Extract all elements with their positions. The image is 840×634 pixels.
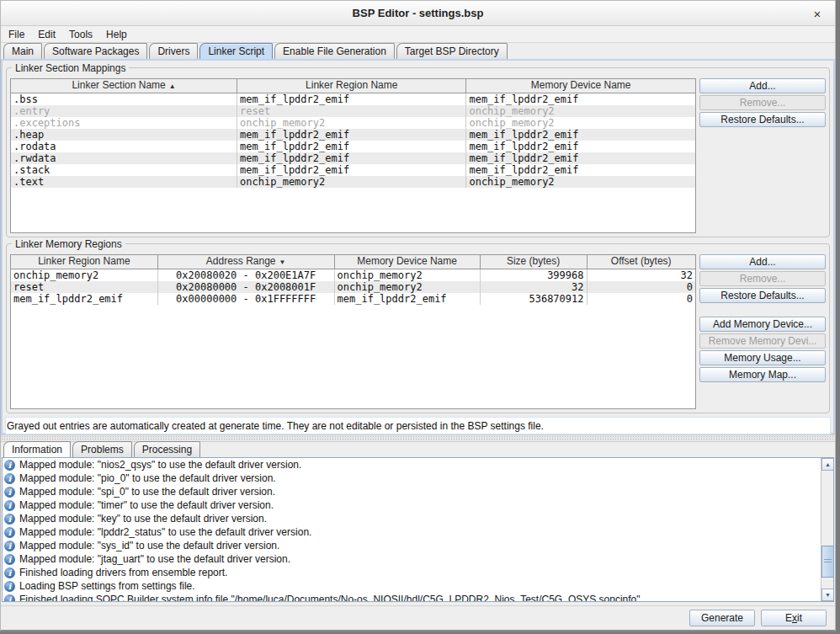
tab-linker-script[interactable]: Linker Script xyxy=(199,43,273,59)
table-row[interactable]: .stackmem_if_lpddr2_emifmem_if_lpddr2_em… xyxy=(11,164,695,176)
exit-button[interactable]: Exit xyxy=(761,610,827,626)
cell: 399968 xyxy=(481,269,587,281)
table-row[interactable]: onchip_memory20x20080020 - 0x200E1A7Fonc… xyxy=(11,269,695,281)
column-label: Address Range xyxy=(206,255,276,267)
info-icon: i xyxy=(4,581,15,592)
cell: .text xyxy=(11,176,237,188)
section-mappings-table: Linker Section Name▲Linker Region NameMe… xyxy=(10,78,696,233)
table-row[interactable]: .exceptionsonchip_memory2onchip_memory2 xyxy=(11,117,695,129)
main-tab-bar: MainSoftware PackagesDriversLinker Scrip… xyxy=(1,43,835,59)
log-message: Mapped module: "jtag_uart" to use the de… xyxy=(19,553,290,565)
scroll-down-icon[interactable]: ▼ xyxy=(821,589,834,601)
linker-memory-regions-group: Linker Memory Regions Linker Region Name… xyxy=(6,243,830,413)
cell: onchip_memory2 xyxy=(11,269,158,281)
desktop-edge xyxy=(836,0,840,634)
cell: 0 xyxy=(587,281,695,293)
restore-defaults-button[interactable]: Restore Defaults... xyxy=(699,112,826,127)
log-message: Mapped module: "lpddr2_status" to use th… xyxy=(19,526,311,538)
scroll-up-icon[interactable]: ▲ xyxy=(821,458,834,471)
info-icon: i xyxy=(4,554,15,565)
column-label: Size (bytes) xyxy=(507,255,560,267)
column-label: Memory Device Name xyxy=(531,79,631,91)
cell: mem_if_lpddr2_emif xyxy=(237,141,466,152)
menu-file[interactable]: File xyxy=(2,27,31,42)
column-label: Linker Section Name xyxy=(72,79,165,91)
column-header-address-range[interactable]: Address Range▼ xyxy=(158,255,335,269)
close-icon[interactable]: × xyxy=(810,6,825,21)
table-row[interactable]: mem_if_lpddr2_emif0x00000000 - 0x1FFFFFF… xyxy=(11,293,695,305)
add-button[interactable]: Add... xyxy=(699,78,826,93)
column-header-memory-device-name[interactable]: Memory Device Name xyxy=(466,79,695,93)
menu-tools[interactable]: Tools xyxy=(62,27,99,42)
cell: mem_if_lpddr2_emif xyxy=(466,93,695,105)
cell: 0 xyxy=(587,293,695,305)
column-header-size-bytes[interactable]: Size (bytes) xyxy=(481,255,587,269)
cell: mem_if_lpddr2_emif xyxy=(11,293,158,305)
cell: 32 xyxy=(481,281,587,293)
log-row: iMapped module: "spi_0" to use the defau… xyxy=(3,485,821,498)
cell: mem_if_lpddr2_emif xyxy=(466,152,695,164)
cell: mem_if_lpddr2_emif xyxy=(237,129,466,141)
scrollbar-thumb[interactable] xyxy=(821,546,834,578)
console-tab-processing[interactable]: Processing xyxy=(134,441,200,457)
cell: 32 xyxy=(587,269,695,281)
remove-button[interactable]: Remove... xyxy=(699,95,826,110)
remove-button[interactable]: Remove... xyxy=(699,271,826,286)
cell: 536870912 xyxy=(481,293,587,305)
tab-target-bsp-directory[interactable]: Target BSP Directory xyxy=(396,43,508,59)
tab-drivers[interactable]: Drivers xyxy=(149,43,198,59)
cell: .stack xyxy=(11,164,237,176)
log-row: iLoading BSP settings from settings file… xyxy=(3,579,821,593)
table-row[interactable]: reset0x20080000 - 0x2008001Fonchip_memor… xyxy=(11,281,695,293)
remove-memory-devi-button[interactable]: Remove Memory Devi... xyxy=(699,333,826,349)
add-memory-device-button[interactable]: Add Memory Device... xyxy=(699,317,826,332)
console-output: iMapped module: "nios2_qsys" to use the … xyxy=(2,457,834,602)
vertical-scrollbar[interactable]: ▲ ▼ xyxy=(821,458,833,601)
menu-edit[interactable]: Edit xyxy=(31,27,62,42)
memory-usage-button[interactable]: Memory Usage... xyxy=(699,350,826,365)
log-row: iMapped module: "sys_id" to use the defa… xyxy=(3,539,821,552)
add-button[interactable]: Add... xyxy=(699,254,826,269)
linker-section-mappings-group: Linker Section Mappings Linker Section N… xyxy=(6,67,830,237)
log-message: Mapped module: "key" to use the default … xyxy=(19,513,267,525)
log-message: Mapped module: "timer" to use the defaul… xyxy=(19,499,274,511)
info-icon: i xyxy=(4,473,15,484)
restore-defaults-button[interactable]: Restore Defaults... xyxy=(699,288,826,303)
cell: mem_if_lpddr2_emif xyxy=(237,164,466,176)
cell: reset xyxy=(11,281,158,293)
column-header-linker-region-name[interactable]: Linker Region Name xyxy=(11,255,158,269)
column-header-memory-device-name[interactable]: Memory Device Name xyxy=(335,255,481,269)
cell: 0x20080000 - 0x2008001F xyxy=(158,281,335,293)
console-tab-problems[interactable]: Problems xyxy=(72,441,132,457)
column-header-offset-bytes[interactable]: Offset (bytes) xyxy=(587,255,695,269)
table-row[interactable]: .textonchip_memory2onchip_memory2 xyxy=(11,176,695,188)
table-row[interactable]: .heapmem_if_lpddr2_emifmem_if_lpddr2_emi… xyxy=(11,129,695,141)
cell: 0x00000000 - 0x1FFFFFFF xyxy=(158,293,335,305)
log-row: iFinished loading SOPC Builder system in… xyxy=(3,593,821,601)
cell: .rwdata xyxy=(11,152,237,164)
cell: .rodata xyxy=(11,141,237,152)
table-row[interactable]: .entryresetonchip_memory2 xyxy=(11,105,695,117)
table-row[interactable]: .bssmem_if_lpddr2_emifmem_if_lpddr2_emif xyxy=(11,93,695,105)
section-mappings-buttons: Add...Remove...Restore Defaults... xyxy=(699,78,826,233)
cell: onchip_memory2 xyxy=(335,269,481,281)
tab-enable-file-generation[interactable]: Enable File Generation xyxy=(274,43,395,59)
log-message: Mapped module: "spi_0" to use the defaul… xyxy=(19,486,275,498)
column-header-linker-section-name[interactable]: Linker Section Name▲ xyxy=(11,79,237,93)
column-header-linker-region-name[interactable]: Linker Region Name xyxy=(237,79,466,93)
table-row[interactable]: .rodatamem_if_lpddr2_emifmem_if_lpddr2_e… xyxy=(11,141,695,152)
button-gap xyxy=(699,305,826,317)
log-list: iMapped module: "nios2_qsys" to use the … xyxy=(3,458,821,601)
log-row: iMapped module: "lpddr2_status" to use t… xyxy=(3,525,821,539)
memory-map-button[interactable]: Memory Map... xyxy=(699,367,826,382)
table-row[interactable]: .rwdatamem_if_lpddr2_emifmem_if_lpddr2_e… xyxy=(11,152,695,164)
group-title: Linker Memory Regions xyxy=(12,238,125,250)
log-message: Mapped module: "sys_id" to use the defau… xyxy=(19,540,279,551)
tab-main[interactable]: Main xyxy=(3,43,42,59)
tab-software-packages[interactable]: Software Packages xyxy=(44,43,147,59)
console-tab-information[interactable]: Information xyxy=(3,441,71,457)
menu-help[interactable]: Help xyxy=(99,27,134,42)
cell: onchip_memory2 xyxy=(335,281,481,293)
generate-button[interactable]: Generate xyxy=(689,610,755,626)
column-label: Offset (bytes) xyxy=(611,255,672,267)
